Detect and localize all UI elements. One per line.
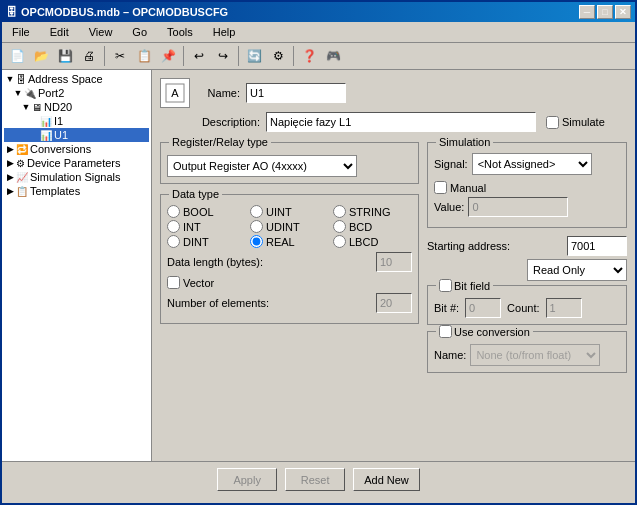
vector-checkbox[interactable] <box>167 276 180 289</box>
radio-real-input[interactable] <box>250 235 263 248</box>
sidebar-item-port2[interactable]: ▼ 🔌 Port2 <box>4 86 149 100</box>
simulate-checkbox[interactable] <box>546 116 559 129</box>
manual-label: Manual <box>450 182 486 194</box>
expand-u1[interactable] <box>28 130 40 140</box>
expand-device-params[interactable]: ▶ <box>4 158 16 168</box>
radio-bcd-input[interactable] <box>333 220 346 233</box>
radio-string-input[interactable] <box>333 205 346 218</box>
add-new-button[interactable]: Add New <box>353 468 420 491</box>
conversion-name-label: Name: <box>434 349 466 361</box>
data-length-input[interactable] <box>376 252 412 272</box>
bit-num-input[interactable] <box>465 298 501 318</box>
signal-select[interactable]: <Not Assigned> <box>472 153 592 175</box>
expand-port2[interactable]: ▼ <box>12 88 24 98</box>
menu-tools[interactable]: Tools <box>161 24 199 40</box>
reset-button[interactable]: Reset <box>285 468 345 491</box>
value-label: Value: <box>434 201 464 213</box>
menu-file[interactable]: File <box>6 24 36 40</box>
cut-button[interactable]: ✂ <box>109 45 131 67</box>
sidebar-item-conversions[interactable]: ▶ 🔁 Conversions <box>4 142 149 156</box>
menu-view[interactable]: View <box>83 24 119 40</box>
starting-addr-label: Starting address: <box>427 240 510 252</box>
register-relay-title: Register/Relay type <box>169 136 271 148</box>
bit-field-checkbox[interactable] <box>439 279 452 292</box>
count-input[interactable] <box>546 298 582 318</box>
menu-edit[interactable]: Edit <box>44 24 75 40</box>
conversion-name-select[interactable]: None (to/from float) <box>470 344 600 366</box>
radio-dint-input[interactable] <box>167 235 180 248</box>
new-button[interactable]: 📄 <box>6 45 28 67</box>
expand-address-space[interactable]: ▼ <box>4 74 16 84</box>
description-input[interactable] <box>266 112 536 132</box>
maximize-button[interactable]: □ <box>597 5 613 19</box>
sidebar-item-u1[interactable]: 📊 U1 <box>4 128 149 142</box>
radio-udint: UDINT <box>250 220 329 233</box>
sidebar-item-templates[interactable]: ▶ 📋 Templates <box>4 184 149 198</box>
redo-button[interactable]: ↪ <box>212 45 234 67</box>
radio-udint-input[interactable] <box>250 220 263 233</box>
title-bar-controls: ─ □ ✕ <box>579 5 631 19</box>
plugin-button[interactable]: 🎮 <box>322 45 344 67</box>
help-button[interactable]: ❓ <box>298 45 320 67</box>
value-input[interactable] <box>468 197 568 217</box>
expand-nd20[interactable]: ▼ <box>20 102 32 112</box>
manual-checkbox[interactable] <box>434 181 447 194</box>
num-elements-input[interactable] <box>376 293 412 313</box>
refresh-button[interactable]: 🔄 <box>243 45 265 67</box>
print-button[interactable]: 🖨 <box>78 45 100 67</box>
paste-button[interactable]: 📌 <box>157 45 179 67</box>
name-label: Name: <box>196 87 246 99</box>
conversion-content: Name: None (to/from float) <box>434 344 620 366</box>
radio-bool-input[interactable] <box>167 205 180 218</box>
description-row: Description: Simulate <box>196 112 627 132</box>
main-layout: ▼ 🗄 Address Space ▼ 🔌 Port2 ▼ 🖥 ND20 <box>2 70 635 497</box>
sep2 <box>183 46 184 66</box>
starting-addr-input[interactable] <box>567 236 627 256</box>
access-select[interactable]: Read Only Read/Write <box>527 259 627 281</box>
copy-button[interactable]: 📋 <box>133 45 155 67</box>
radio-uint-label: UINT <box>266 206 292 218</box>
nd20-icon: 🖥 <box>32 102 42 113</box>
settings-button[interactable]: ⚙ <box>267 45 289 67</box>
apply-button[interactable]: Apply <box>217 468 277 491</box>
use-conversion-label: Use conversion <box>454 326 530 338</box>
num-elements-label: Number of elements: <box>167 297 376 309</box>
bottom-bar: Apply Reset Add New <box>2 461 635 497</box>
use-conversion-checkbox[interactable] <box>439 325 452 338</box>
close-button[interactable]: ✕ <box>615 5 631 19</box>
title-bar: 🗄 OPCMODBUS.mdb – OPCMODBUSCFG ─ □ ✕ <box>2 2 635 22</box>
signal-label: Signal: <box>434 158 468 170</box>
expand-i1[interactable] <box>28 116 40 126</box>
simulate-label: Simulate <box>562 116 605 128</box>
sidebar-item-device-params[interactable]: ▶ ⚙ Device Parameters <box>4 156 149 170</box>
undo-button[interactable]: ↩ <box>188 45 210 67</box>
register-relay-select[interactable]: Output Register AO (4xxxx) Input Registe… <box>167 155 357 177</box>
open-button[interactable]: 📂 <box>30 45 52 67</box>
sidebar: ▼ 🗄 Address Space ▼ 🔌 Port2 ▼ 🖥 ND20 <box>2 70 152 497</box>
use-conversion-title: Use conversion <box>436 325 533 338</box>
sidebar-item-nd20[interactable]: ▼ 🖥 ND20 <box>4 100 149 114</box>
radio-int-input[interactable] <box>167 220 180 233</box>
item-icon: A <box>164 82 186 104</box>
radio-uint: UINT <box>250 205 329 218</box>
simulation-title: Simulation <box>436 136 493 148</box>
radio-bcd: BCD <box>333 220 412 233</box>
radio-lbcd-input[interactable] <box>333 235 346 248</box>
expand-sim-signals[interactable]: ▶ <box>4 172 16 182</box>
expand-templates[interactable]: ▶ <box>4 186 16 196</box>
name-input[interactable] <box>246 83 346 103</box>
expand-conversions[interactable]: ▶ <box>4 144 16 154</box>
window-icon: 🗄 <box>6 6 17 18</box>
radio-uint-input[interactable] <box>250 205 263 218</box>
sidebar-item-address-space[interactable]: ▼ 🗄 Address Space <box>4 72 149 86</box>
sidebar-item-simulation-signals[interactable]: ▶ 📈 Simulation Signals <box>4 170 149 184</box>
radio-udint-label: UDINT <box>266 221 300 233</box>
minimize-button[interactable]: ─ <box>579 5 595 19</box>
menu-help[interactable]: Help <box>207 24 242 40</box>
save-button[interactable]: 💾 <box>54 45 76 67</box>
sidebar-item-i1[interactable]: 📊 I1 <box>4 114 149 128</box>
sep3 <box>238 46 239 66</box>
menu-go[interactable]: Go <box>126 24 153 40</box>
u1-icon: 📊 <box>40 130 52 141</box>
content-wrapper: ▼ 🗄 Address Space ▼ 🔌 Port2 ▼ 🖥 ND20 <box>2 70 635 497</box>
